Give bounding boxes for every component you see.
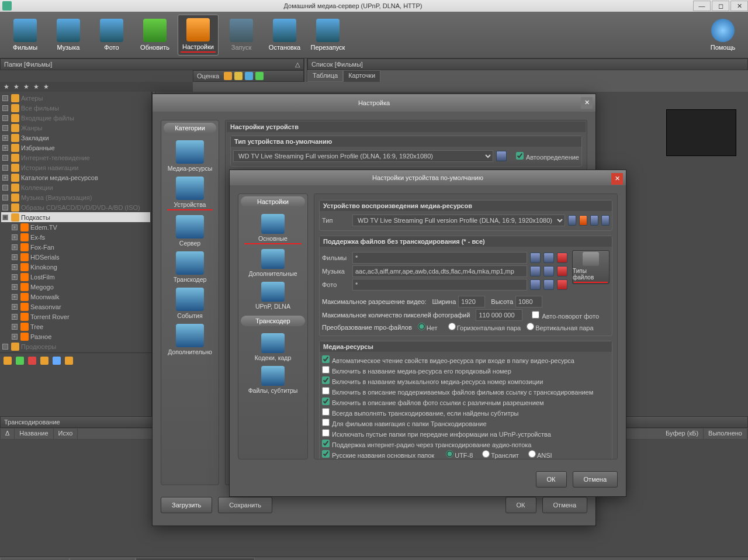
expand-icon[interactable]: + [12, 324, 18, 330]
subcategory-item[interactable]: Кодеки, кадр [241, 330, 305, 362]
tree-item[interactable]: +Каталоги медиа-ресурсов [1, 172, 150, 182]
toolbar-icon[interactable] [16, 357, 24, 365]
expand-icon[interactable]: + [12, 244, 18, 250]
tree-item[interactable]: +Актеры [1, 93, 150, 103]
autorotate-checkbox[interactable] [532, 311, 539, 319]
tree-item[interactable]: +Избранные [1, 143, 150, 153]
expand-icon[interactable]: + [12, 314, 18, 320]
option-checkbox[interactable] [322, 429, 330, 437]
expand-icon[interactable]: + [2, 115, 8, 121]
subcategory-item[interactable]: Файлы, субтитры [241, 362, 305, 395]
toolbar-Музыка[interactable]: Музыка [48, 15, 89, 56]
mpo-vertical-radio[interactable] [527, 323, 534, 330]
tree-item[interactable]: +Разное [1, 331, 150, 341]
ok-button[interactable]: ОК [505, 497, 536, 513]
load-button[interactable]: Загрузить [161, 497, 212, 513]
col-header[interactable]: Буфер (кБ) [661, 428, 704, 439]
remove-icon[interactable] [557, 253, 567, 263]
add-icon[interactable] [543, 266, 554, 276]
bottom-tab[interactable]: Транскодирование [70, 558, 136, 561]
toolbar-Запуск[interactable]: Запуск [221, 15, 262, 56]
list-icon[interactable] [530, 279, 541, 290]
expand-icon[interactable]: + [12, 234, 18, 240]
tree-item[interactable]: +Fox-Fan [1, 242, 150, 252]
view-tab-Карточки[interactable]: Карточки [343, 70, 380, 82]
device-type-combo[interactable]: WD TV Live Streaming Full version Profil… [352, 215, 565, 226]
photo-input[interactable] [352, 279, 527, 291]
cancel-button[interactable]: Отмена [542, 497, 587, 513]
expand-icon[interactable]: + [12, 294, 18, 300]
mpo-horizontal-radio[interactable] [448, 323, 456, 330]
toolbar-icon[interactable] [53, 357, 61, 365]
encoding-radio[interactable] [446, 450, 453, 458]
thumbnail-card[interactable] [666, 109, 736, 156]
expand-icon[interactable]: + [12, 274, 18, 280]
mpo-none-radio[interactable] [418, 323, 425, 330]
bottom-tab[interactable]: Устройства воспроизведения (DMR) [136, 558, 254, 561]
close-button[interactable]: ✕ [730, 1, 748, 11]
category-item[interactable]: Транскодер [164, 248, 216, 284]
toolbar-icon[interactable] [4, 357, 12, 365]
key-icon[interactable] [234, 72, 243, 80]
tree-item[interactable]: +История навигации [1, 163, 150, 172]
toolbar-Остановка[interactable]: Остановка [264, 15, 305, 56]
up-icon[interactable] [245, 72, 253, 80]
tree-item[interactable]: +Все фильмы [1, 103, 150, 113]
add-icon[interactable] [543, 279, 554, 290]
tree-item[interactable]: +Продюсеры [1, 341, 150, 351]
expand-icon[interactable]: + [12, 304, 18, 310]
expand-icon[interactable]: + [2, 165, 8, 171]
height-input[interactable] [515, 296, 542, 307]
option-checkbox[interactable] [322, 408, 330, 416]
maximize-button[interactable]: ◻ [712, 1, 729, 11]
rus-names-checkbox[interactable] [322, 450, 330, 458]
tree-item[interactable]: +Moonwalk [1, 292, 150, 302]
tree-item[interactable]: +Kinokong [1, 262, 150, 272]
expand-icon[interactable]: + [2, 175, 8, 181]
music-input[interactable] [352, 265, 527, 277]
expand-icon[interactable]: + [12, 284, 18, 290]
toolbar-Настройки[interactable]: Настройки [178, 15, 219, 56]
option-checkbox[interactable] [322, 376, 330, 384]
maxpixels-input[interactable] [476, 309, 522, 321]
down-icon[interactable] [255, 72, 264, 80]
option-checkbox[interactable] [322, 366, 330, 374]
tree-item[interactable]: +LostFilm [1, 272, 150, 282]
encoding-radio[interactable] [482, 450, 490, 458]
device-profile-combo[interactable]: WD TV Live Streaming Full version Profil… [233, 150, 493, 162]
tree-item[interactable]: +Входящие файлы [1, 113, 150, 123]
toolbar-icon[interactable] [40, 357, 49, 365]
view-tab-Таблица[interactable]: Таблица [307, 70, 343, 82]
tree-item[interactable]: +Edem.TV [1, 222, 150, 232]
category-item[interactable]: Сервер [164, 212, 216, 248]
subcategory-item[interactable]: Дополнительные [241, 246, 305, 278]
tree-item[interactable]: +Torrent Rover [1, 312, 150, 322]
subcategory-item[interactable]: UPnP, DLNA [241, 278, 305, 311]
tree-item[interactable]: +Жанры [1, 123, 150, 133]
ok-button[interactable]: ОК [536, 471, 567, 488]
auto-detect-checkbox[interactable] [516, 152, 524, 160]
tree-item[interactable]: +Seasonvar [1, 302, 150, 312]
encoding-radio[interactable] [528, 450, 536, 458]
wrench-icon[interactable] [496, 151, 507, 161]
tree-item[interactable]: +Образы CD/SACD/DVD/DVD-A/BD (ISO) [1, 202, 150, 212]
list-icon[interactable] [530, 253, 541, 263]
option-checkbox[interactable] [322, 387, 330, 395]
search-icon[interactable] [224, 72, 232, 80]
save-button[interactable]: Сохранить [218, 497, 272, 513]
expand-icon[interactable]: + [2, 205, 8, 210]
dialog-close-button[interactable]: ✕ [611, 173, 623, 185]
cancel-button[interactable]: Отмена [573, 471, 618, 488]
expand-icon[interactable]: + [2, 95, 8, 101]
category-item[interactable]: Устройства [164, 173, 216, 212]
toolbar-Перезапуск[interactable]: Перезапуск [307, 15, 348, 56]
dialog-close-button[interactable]: ✕ [581, 97, 593, 109]
settings-icon[interactable] [579, 215, 587, 226]
toolbar-Обновить[interactable]: Обновить [134, 15, 175, 56]
option-checkbox[interactable] [322, 355, 330, 363]
expand-icon[interactable]: + [2, 185, 8, 191]
expand-icon[interactable]: + [2, 105, 8, 111]
expand-icon[interactable]: + [12, 264, 18, 270]
bottom-tab[interactable]: Журнал сообщений [0, 558, 70, 561]
tree-item[interactable]: +Интернет-телевидение [1, 153, 150, 163]
